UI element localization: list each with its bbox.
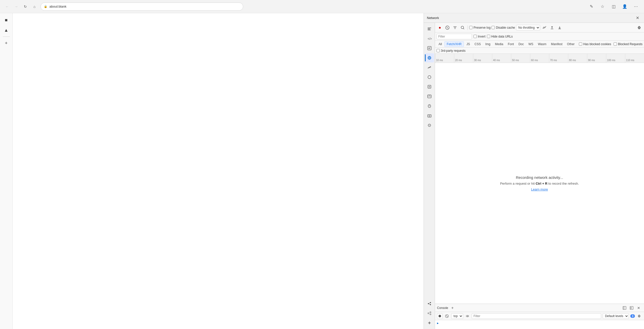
console-close-button[interactable]: ✕ [635,305,642,311]
devtools-tab-recorder[interactable] [425,111,434,120]
extensions-button[interactable]: ✎ [586,3,596,11]
console-dock-left-button[interactable] [621,305,628,311]
throttle-select[interactable]: No throttling [516,25,540,30]
browser-actions: ✎ ☆ ◫ 👤 ⋯ [586,3,641,11]
console-context-select[interactable]: top [451,313,463,319]
svg-rect-18 [428,115,431,117]
devtools-tab-console[interactable]: </> [425,34,434,43]
network-third-party-row: 3rd-party requests [435,48,644,54]
devtools-tab-more1[interactable] [425,299,434,308]
devtools-tab-performance[interactable] [425,63,434,72]
network-type-tabs: All Fetch/XHR JS CSS Img Media Font Doc … [435,41,644,48]
devtools-tab-lighthouse[interactable] [425,101,434,111]
devtools-tab-sources[interactable] [425,44,434,53]
type-tab-img[interactable]: Img [483,41,493,47]
network-conditions-button[interactable] [541,24,548,31]
console-tab-label: Console [437,306,448,310]
type-tab-all[interactable]: All [437,41,444,47]
svg-line-25 [428,303,430,304]
blocked-requests-label[interactable]: Blocked Requests [614,42,642,46]
reload-button[interactable]: ↻ [21,3,29,11]
svg-rect-13 [429,86,430,88]
svg-text:</>: </> [428,37,432,41]
type-tab-wasm[interactable]: Wasm [536,41,548,47]
svg-line-50 [446,315,448,317]
devtools-tab-css-overview[interactable] [425,121,434,130]
devtools-tab-application[interactable] [425,82,434,91]
browser-sidebar-icon-0[interactable]: ■ [2,15,11,25]
devtools-tab-security[interactable] [425,92,434,101]
svg-line-26 [428,304,430,305]
third-party-checkbox[interactable] [437,49,440,52]
browser-sidebar-icon-1[interactable]: ▲ [2,25,11,35]
console-add-tab-button[interactable]: + [450,305,455,311]
timeline-header: 10 ms 20 ms 30 ms 40 ms 50 ms 60 ms 70 m… [435,54,644,63]
address-bar[interactable]: 🔒 about:blank [41,3,243,11]
invert-label[interactable]: Invert [473,35,485,38]
clear-button[interactable] [444,24,451,31]
type-tab-doc[interactable]: Doc [516,41,526,47]
record-button[interactable]: ● [437,24,443,31]
home-button[interactable]: ⌂ [30,3,39,11]
console-level-select[interactable]: Default levels [603,313,629,319]
devtools-tab-elements[interactable] [425,24,434,33]
type-tab-other[interactable]: Other [565,41,577,47]
svg-rect-4 [428,46,431,50]
type-tab-manifest[interactable]: Manifest [549,41,564,47]
type-tab-media[interactable]: Media [493,41,505,47]
devtools-tab-network[interactable] [425,53,434,62]
svg-rect-1 [428,29,430,29]
type-tab-fetch-xhr[interactable]: Fetch/XHR [444,41,464,47]
timeline-tick-60ms: 60 ms [530,54,549,63]
preserve-log-label[interactable]: Preserve log [469,26,490,29]
browser-chrome: ← → ↻ ⌂ 🔒 about:blank ✎ ☆ ◫ 👤 ⋯ [0,0,644,13]
type-tab-css[interactable]: CSS [472,41,483,47]
favorites-button[interactable]: ☆ [597,3,608,11]
has-blocked-cookies-label[interactable]: Has blocked cookies [579,42,611,46]
console-prompt-icon[interactable]: ▸ [437,321,439,325]
console-eye-button[interactable] [465,313,470,319]
console-dock-right-button[interactable] [628,305,635,311]
url-text: about:blank [49,5,66,8]
console-filter-input[interactable] [472,313,601,319]
preserve-log-checkbox[interactable] [469,26,472,29]
recording-text: Recording network activity... [516,175,563,180]
console-settings-button[interactable] [636,313,642,319]
search-button[interactable] [459,24,466,31]
collections-button[interactable]: ◫ [609,3,619,11]
download-button[interactable] [556,24,563,31]
has-blocked-cookies-checkbox[interactable] [579,42,582,46]
hide-data-urls-label[interactable]: Hide data URLs [487,35,513,38]
console-record-button[interactable] [437,313,443,319]
devtools-close-button[interactable]: ✕ [634,14,641,22]
devtools-tab-add[interactable] [425,318,434,327]
console-clear-button[interactable] [444,313,450,319]
forward-button[interactable]: → [12,3,20,11]
disable-cache-label[interactable]: Disable cache [491,26,515,29]
hide-data-urls-checkbox[interactable] [487,35,490,38]
filter-input[interactable] [437,34,472,39]
back-button[interactable]: ← [3,3,11,11]
profile-button[interactable]: 👤 [620,3,630,11]
type-tab-ws[interactable]: WS [526,41,535,47]
devtools-tab-more2[interactable] [425,309,434,318]
browser-sidebar: ■ ▲ + [0,13,13,329]
learn-more-button[interactable]: Learn more [531,187,548,191]
filter-button[interactable] [452,24,458,31]
devtools-tab-memory[interactable] [425,73,434,82]
devtools-panel: Network ✕ </> [424,13,644,329]
svg-rect-0 [428,28,431,28]
upload-button[interactable] [549,24,555,31]
type-tab-js[interactable]: JS [464,41,472,47]
type-tab-font[interactable]: Font [506,41,516,47]
devtools-settings-button[interactable] [636,24,642,31]
invert-checkbox[interactable] [473,35,477,38]
svg-point-21 [429,125,430,126]
browser-sidebar-add[interactable]: + [2,38,11,48]
settings-menu-button[interactable]: ⋯ [631,3,641,11]
blocked-requests-checkbox[interactable] [614,42,617,46]
disable-cache-checkbox[interactable] [491,26,495,29]
svg-rect-44 [623,306,626,309]
webpage-area [13,13,424,329]
svg-point-43 [639,27,640,28]
